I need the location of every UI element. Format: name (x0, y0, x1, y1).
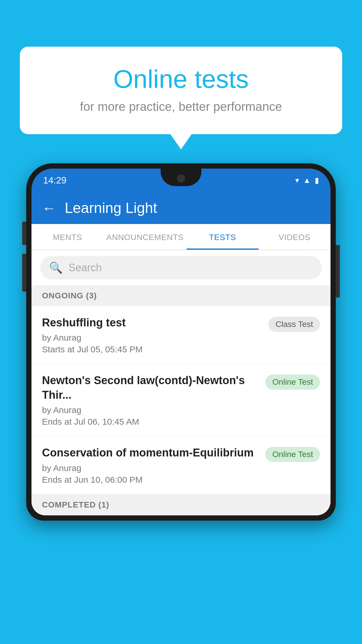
promo-card: Online tests for more practice, better p… (20, 47, 342, 134)
back-button[interactable]: ← (42, 200, 56, 216)
test-date-3: Ends at Jun 10, 06:00 PM (42, 475, 259, 485)
promo-subtitle: for more practice, better performance (43, 100, 319, 114)
test-badge-2: Online Test (265, 374, 320, 390)
tab-ments[interactable]: MENTS (31, 224, 103, 250)
ongoing-section-header: ONGOING (3) (31, 285, 331, 306)
power-button (336, 245, 340, 298)
test-title-1: Reshuffling test (42, 316, 263, 330)
search-icon: 🔍 (49, 261, 63, 274)
test-title-3: Conservation of momentum-Equilibrium (42, 446, 259, 460)
test-info-3: Conservation of momentum-Equilibrium by … (42, 446, 259, 484)
tab-videos[interactable]: VIDEOS (259, 224, 331, 250)
test-badge-1: Class Test (268, 317, 320, 332)
phone-mockup: 14:29 ▾ ▲ ▮ ← Learning Light MENTS ANNOU… (26, 163, 336, 644)
status-icons: ▾ ▲ ▮ (295, 176, 319, 185)
wifi-icon: ▾ (295, 176, 299, 185)
status-bar: 14:29 ▾ ▲ ▮ (31, 169, 331, 192)
phone-screen: ← Learning Light MENTS ANNOUNCEMENTS TES… (31, 192, 331, 515)
status-time: 14:29 (43, 175, 66, 186)
test-author-1: by Anurag (42, 333, 263, 343)
completed-section-header: COMPLETED (1) (31, 494, 331, 515)
search-placeholder-text: Search (68, 262, 102, 274)
test-author-2: by Anurag (42, 405, 259, 415)
search-container: 🔍 Search (31, 250, 331, 285)
test-info-2: Newton's Second law(contd)-Newton's Thir… (42, 373, 259, 427)
promo-title: Online tests (43, 64, 319, 94)
volume-up-button (22, 222, 26, 245)
search-bar[interactable]: 🔍 Search (40, 256, 322, 279)
test-item-1[interactable]: Reshuffling test by Anurag Starts at Jul… (31, 306, 331, 364)
battery-icon: ▮ (315, 176, 319, 185)
tab-announcements[interactable]: ANNOUNCEMENTS (103, 224, 187, 250)
app-bar: ← Learning Light (31, 192, 331, 224)
test-badge-3: Online Test (265, 447, 320, 462)
tab-tests[interactable]: TESTS (187, 224, 259, 250)
phone-body: 14:29 ▾ ▲ ▮ ← Learning Light MENTS ANNOU… (26, 163, 336, 521)
test-item-3[interactable]: Conservation of momentum-Equilibrium by … (31, 436, 331, 494)
tabs-bar: MENTS ANNOUNCEMENTS TESTS VIDEOS (31, 224, 331, 250)
signal-icon: ▲ (303, 176, 311, 185)
test-date-1: Starts at Jul 05, 05:45 PM (42, 344, 263, 354)
test-date-2: Ends at Jul 06, 10:45 AM (42, 417, 259, 427)
test-item-2[interactable]: Newton's Second law(contd)-Newton's Thir… (31, 364, 331, 436)
test-author-3: by Anurag (42, 463, 259, 473)
volume-down-button (22, 254, 26, 292)
test-info-1: Reshuffling test by Anurag Starts at Jul… (42, 316, 263, 354)
camera-dot (177, 174, 185, 183)
test-title-2: Newton's Second law(contd)-Newton's Thir… (42, 373, 259, 402)
app-bar-title: Learning Light (65, 200, 157, 216)
